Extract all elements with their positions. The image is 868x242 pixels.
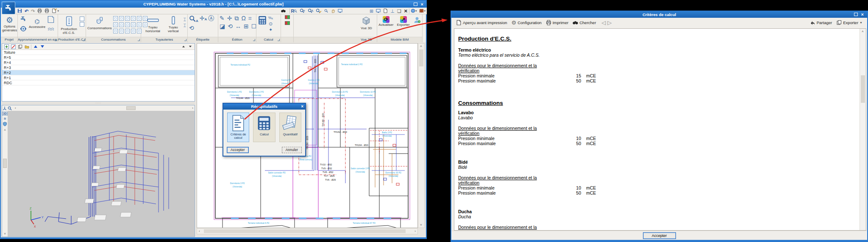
dialog-accept-button[interactable]: Accepter bbox=[227, 147, 249, 153]
web-icon[interactable]: ▾ bbox=[409, 8, 418, 14]
redraw-icon[interactable]: R bbox=[290, 8, 298, 14]
center-label-icon[interactable]: ✛A bbox=[200, 15, 207, 22]
actualiser-button[interactable]: ⟳ Actualiser bbox=[378, 15, 393, 27]
model-3d-viewport[interactable]: Y Z X bbox=[8, 111, 195, 236]
floor-row[interactable]: RDC bbox=[2, 80, 195, 85]
wand-icon[interactable]: ✦ bbox=[269, 27, 273, 32]
add-floor-icon[interactable] bbox=[4, 44, 9, 49]
dialog-launcher-icon[interactable] bbox=[138, 39, 140, 41]
pan-hand-icon[interactable] bbox=[329, 8, 337, 14]
vscroll-up-arrow[interactable]: ˄ bbox=[4, 128, 6, 132]
dialog-cancel-button[interactable]: Annuler bbox=[282, 147, 302, 153]
maximize-button[interactable] bbox=[414, 3, 417, 6]
panel-splitter[interactable]: ···· bbox=[2, 102, 195, 104]
floor-row[interactable]: Toiture bbox=[2, 50, 195, 55]
calculator-icon[interactable] bbox=[258, 15, 267, 27]
dialog-launcher-icon[interactable] bbox=[253, 39, 255, 41]
accept-button[interactable]: Accepter bbox=[643, 232, 676, 239]
print-icon[interactable] bbox=[36, 8, 43, 14]
tools-icon[interactable]: ✕ bbox=[403, 8, 409, 14]
consommations-button[interactable]: Consommations bbox=[87, 15, 112, 30]
shield-icon[interactable] bbox=[3, 122, 7, 127]
vscroll-thumb[interactable] bbox=[3, 159, 7, 168]
search-binoculars-icon[interactable] bbox=[280, 8, 287, 14]
hscroll-left-arrow[interactable]: ‹ bbox=[15, 106, 16, 110]
edition-icons-row-2[interactable]: ◪⟲↔⊞☐ bbox=[220, 23, 256, 30]
production-ecs-button[interactable]: Production d'E.C.S. bbox=[59, 15, 78, 35]
branchement-icon[interactable] bbox=[19, 15, 28, 25]
maximize-button[interactable] bbox=[854, 13, 858, 16]
flag-icon-1[interactable] bbox=[285, 15, 290, 19]
zoom-extents-icon[interactable]: ✛ bbox=[298, 8, 307, 14]
copy-floor-icon[interactable] bbox=[17, 44, 22, 49]
move-up-icon[interactable] bbox=[33, 44, 38, 49]
help-book-icon[interactable]: ▾ bbox=[418, 8, 427, 14]
move-down-icon[interactable] bbox=[40, 44, 45, 49]
perpendicular-icon[interactable]: ⊥ bbox=[389, 8, 396, 14]
app-faucet-icon[interactable] bbox=[2, 2, 15, 14]
floor-row[interactable]: R+5 bbox=[2, 55, 195, 60]
rotate-label-icon[interactable]: Ⓐ bbox=[208, 15, 214, 22]
close-button[interactable]: × bbox=[861, 12, 864, 16]
report-icon[interactable]: ▾ bbox=[50, 8, 60, 14]
plan-horizontal-scrollbar[interactable]: ‹ › bbox=[197, 228, 418, 234]
options-generales-button[interactable]: ⚙ Options générales bbox=[2, 15, 17, 32]
scroll-down-icon[interactable] bbox=[188, 44, 193, 49]
option-quantitatif[interactable]: Quantitatif bbox=[279, 113, 301, 142]
redo-icon[interactable]: ↷ bbox=[30, 8, 36, 14]
zoom-previous-icon[interactable] bbox=[323, 8, 329, 14]
dialog-titlebar[interactable]: Récapitulatifs × bbox=[223, 104, 305, 110]
percent-icon[interactable]: %ₓ bbox=[268, 15, 273, 20]
bim-user-button[interactable] bbox=[413, 15, 421, 25]
pipe-end-icon-2[interactable]: ⌶ bbox=[183, 23, 186, 28]
window-icon[interactable]: ❏ bbox=[396, 8, 403, 14]
edit-floor-icon[interactable] bbox=[11, 44, 16, 49]
import-floor-icon[interactable] bbox=[24, 44, 29, 49]
zoom-3d-icon[interactable] bbox=[7, 106, 12, 111]
close-button[interactable]: × bbox=[421, 2, 423, 6]
flag-icon-2[interactable] bbox=[285, 21, 290, 25]
tuyau-vertical-button[interactable]: Tuyau vertical bbox=[164, 15, 182, 33]
zoom-window-icon[interactable]: A bbox=[306, 8, 314, 14]
plan-vertical-scrollbar[interactable]: ˄ ˅ bbox=[418, 43, 425, 228]
exporter-bim-button[interactable]: ↗ Exporter bbox=[397, 15, 409, 27]
views-icon[interactable] bbox=[382, 8, 389, 14]
next-page-icon[interactable]: ▷ bbox=[607, 20, 612, 25]
configuration-button[interactable]: ⚙ Configuration bbox=[510, 19, 543, 27]
option-calcul[interactable]: Calcul bbox=[253, 113, 275, 142]
capture-icon[interactable] bbox=[375, 8, 382, 14]
right-window-titlebar[interactable]: Critères de calcul × bbox=[451, 11, 867, 18]
floor-row[interactable]: R+3 bbox=[2, 65, 195, 70]
dialog-close-icon[interactable]: × bbox=[301, 104, 303, 109]
floor-row[interactable]: R+4 bbox=[2, 60, 195, 65]
move-label-icon[interactable]: A bbox=[189, 15, 198, 24]
report-scrollbar[interactable]: ˄ bbox=[860, 29, 866, 230]
edition-icons-row-1[interactable]: ✎✛⧉Ω⌗ bbox=[220, 15, 252, 22]
left-window-titlebar[interactable]: CYPEPLUMBING Water Systems - v2018.h - [… bbox=[1, 1, 426, 8]
ecs-small-icon-2[interactable] bbox=[80, 22, 84, 27]
vscroll-down-arrow[interactable]: ˅ bbox=[4, 232, 6, 236]
apercu-avant-impression-button[interactable]: Aperçu avant impression bbox=[455, 19, 509, 26]
rotate-label-icon-2[interactable]: ⟲ bbox=[189, 25, 194, 31]
save-icon[interactable] bbox=[16, 8, 23, 14]
tuyau-horizontal-button[interactable]: Tuyau horizontal bbox=[142, 15, 163, 33]
floor-row[interactable]: R+1 bbox=[2, 75, 195, 80]
dialog-launcher-icon[interactable] bbox=[278, 39, 280, 41]
pompes-icon[interactable]: ⍾⍾ bbox=[48, 26, 54, 31]
floor-row[interactable]: R+2 bbox=[2, 70, 195, 75]
plot-icon[interactable] bbox=[43, 8, 50, 14]
accessoire-button[interactable]: ⌬ Accessoire bbox=[29, 15, 45, 29]
view-3d-mode-icon[interactable]: 3D bbox=[2, 112, 8, 116]
hscroll-right-arrow[interactable]: › bbox=[192, 106, 193, 110]
option-criteres-de-calcul[interactable]: Critères de calcul bbox=[227, 113, 249, 142]
chercher-button[interactable]: Chercher bbox=[571, 19, 597, 26]
dialog-launcher-icon[interactable] bbox=[83, 39, 85, 41]
axes-icon[interactable] bbox=[2, 106, 7, 111]
hscroll-thumb[interactable] bbox=[126, 106, 136, 110]
partager-button[interactable]: Partager bbox=[809, 19, 833, 26]
dialog-launcher-icon[interactable] bbox=[184, 39, 186, 41]
zoom-edit-icon[interactable] bbox=[314, 8, 323, 14]
ecs-small-icon-1[interactable] bbox=[80, 16, 84, 21]
undo-icon[interactable]: ↶ bbox=[23, 8, 30, 14]
dialog-launcher-icon[interactable] bbox=[55, 39, 57, 41]
